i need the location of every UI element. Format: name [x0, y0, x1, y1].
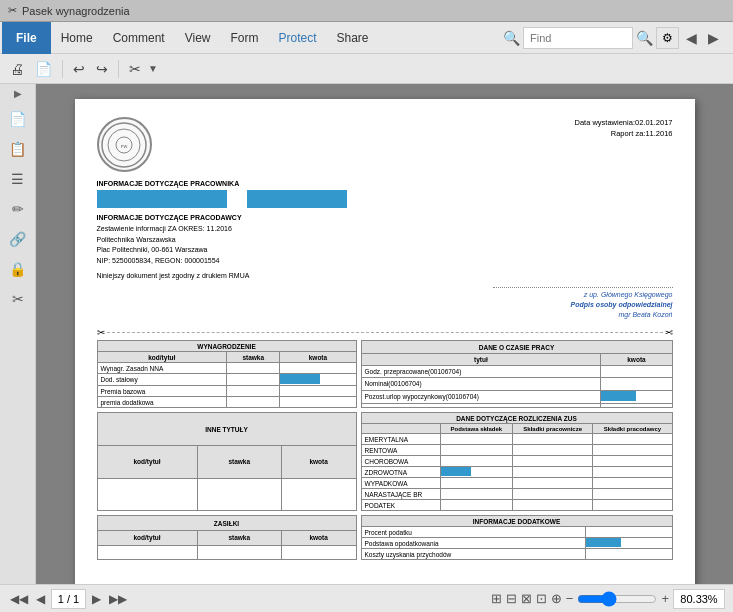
document-note: Niniejszy dokument jest zgodny z drukiem… — [97, 272, 673, 279]
nav-right-button[interactable]: ▶ — [704, 28, 723, 48]
table-row: Dod. stałowy — [97, 374, 356, 386]
wage-col-kwota: kwota — [280, 352, 356, 363]
sidebar-redact-btn[interactable]: ✂ — [4, 285, 32, 313]
search-input[interactable] — [523, 27, 633, 49]
home-menu[interactable]: Home — [51, 22, 103, 54]
table-row: Koszty uzyskania przychodów — [361, 549, 672, 560]
toolbar-arrow[interactable]: ▼ — [148, 63, 158, 74]
settings-button[interactable]: ⚙ — [656, 27, 679, 49]
nav-first-button[interactable]: ◀◀ — [8, 590, 30, 608]
table-row: RENTOWA — [361, 445, 672, 456]
share-menu[interactable]: Share — [327, 22, 379, 54]
view-menu[interactable]: View — [175, 22, 221, 54]
sidebar-security-btn[interactable]: 🔒 — [4, 255, 32, 283]
inne-tytuly-title: INNE TYTUŁY — [97, 413, 356, 446]
sidebar-bookmarks-btn[interactable]: 📋 — [4, 135, 32, 163]
main-layout: ▶ 📄 📋 ☰ ✏ 🔗 🔒 ✂ PW Data wyst — [0, 84, 733, 584]
title-bar: ✂ Pasek wynagrodzenia — [0, 0, 733, 22]
zoom-slider[interactable] — [577, 591, 657, 607]
employer-info-label: INFORMACJE DOTYCZĄCE PRACODAWCY — [97, 214, 673, 221]
table-row: CHOROBOWA — [361, 456, 672, 467]
menu-bar: File Home Comment View Form Protect Shar… — [0, 22, 733, 54]
comment-menu[interactable]: Comment — [103, 22, 175, 54]
zoom-input[interactable] — [673, 589, 725, 609]
tables-middle-row: INNE TYTUŁY kod/tytuł stawka kwota DANE … — [97, 412, 673, 511]
nav-prev-button[interactable]: ◀ — [34, 590, 47, 608]
zus-zdrow-redacted — [441, 467, 471, 476]
wt-row-3: Pozost.urlop wypoczynkowy(00106704) — [361, 390, 601, 403]
search-area: 🔍 🔍 ⚙ ◀ ▶ — [503, 27, 731, 49]
sidebar-collapse-arrow[interactable]: ▶ — [14, 88, 22, 99]
signature-area: z up. Głównego Księgowego Podpis osoby o… — [97, 287, 673, 319]
sidebar: ▶ 📄 📋 ☰ ✏ 🔗 🔒 ✂ — [0, 84, 36, 584]
sidebar-attachments-btn[interactable]: 🔗 — [4, 225, 32, 253]
wage-col-stawka: stawka — [227, 352, 280, 363]
cut-button[interactable]: ✂ — [125, 59, 145, 79]
zoom-in-button[interactable]: + — [661, 591, 669, 606]
rotate-button[interactable]: ⊕ — [551, 591, 562, 606]
document-area[interactable]: PW Data wystawienia:02.01.2017 Raport za… — [36, 84, 733, 584]
sig-line2: Podpis osoby odpowiedzialnej — [571, 300, 673, 310]
document-page: PW Data wystawienia:02.01.2017 Raport za… — [75, 99, 695, 584]
scissors-divider: ✂ ✂ — [97, 327, 673, 338]
nav-next-button[interactable]: ▶ — [90, 590, 103, 608]
title-icon: ✂ — [8, 4, 17, 17]
logo: PW — [97, 117, 152, 172]
page-header: PW Data wystawienia:02.01.2017 Raport za… — [97, 117, 673, 172]
wage-row-3-col-1: Premia bazowa — [97, 386, 227, 397]
nav-last-button[interactable]: ▶▶ — [107, 590, 129, 608]
wt-col-kwota: kwota — [601, 353, 672, 365]
form-menu[interactable]: Form — [221, 22, 269, 54]
employer-info: INFORMACJE DOTYCZĄCE PRACODAWCY Zestawie… — [97, 214, 673, 266]
fit-width-button[interactable]: ⊟ — [506, 591, 517, 606]
date-raport: Raport za:11.2016 — [575, 128, 673, 139]
work-time-table: DANE O CZASIE PRACY tytuł kwota Godz. pr… — [361, 340, 673, 408]
table-row: premia dodatkowa — [97, 397, 356, 408]
title-text: Pasek wynagrodzenia — [22, 5, 130, 17]
protect-menu[interactable]: Protect — [269, 22, 327, 54]
sig-line3: mgr Beata Kozoń — [618, 310, 672, 320]
scissors-icon-right: ✂ — [665, 327, 673, 338]
sidebar-pages-btn[interactable]: 📄 — [4, 105, 32, 133]
zasilki-table: ZASIŁKI kod/tytuł stawka kwota — [97, 515, 357, 560]
page-tools: ⊞ ⊟ ⊠ ⊡ ⊕ — [491, 591, 562, 606]
employee-info-label: INFORMACJE DOTYCZĄCE PRACOWNIKA — [97, 180, 673, 187]
wt-row-2: Nominał(00106704) — [361, 378, 601, 390]
search-go-button[interactable]: 🔍 — [636, 30, 653, 46]
wage-row-4-col-1: premia dodatkowa — [97, 397, 227, 408]
employee-name-redacted — [97, 190, 227, 208]
table-row: Pozost.urlop wypoczynkowy(00106704) — [361, 390, 672, 403]
zoom-out-button[interactable]: − — [566, 591, 574, 606]
sig-line1: z up. Głównego Księgowego — [584, 290, 673, 300]
fit-height-button[interactable]: ⊠ — [521, 591, 532, 606]
table-row: ZDROWOTNA — [361, 467, 672, 478]
additional-title: INFORMACJE DODATKOWE — [361, 516, 672, 527]
signature-line — [493, 287, 673, 288]
wage-row-2-col-1: Dod. stałowy — [97, 374, 227, 386]
zus-table: DANE DOTYCZĄCE ROZLICZENIA ZUS Podstawa … — [361, 412, 673, 511]
wage-col-kod: kod/tytuł — [97, 352, 227, 363]
file-menu-button[interactable]: File — [2, 22, 51, 54]
nav-left-button[interactable]: ◀ — [682, 28, 701, 48]
page-number-input[interactable] — [51, 589, 86, 609]
additional-info-table: INFORMACJE DODATKOWE Procent podatku Pod… — [361, 515, 673, 560]
zasilki-title: ZASIŁKI — [97, 516, 356, 531]
scissors-icon: ✂ — [97, 327, 105, 338]
actual-size-button[interactable]: ⊡ — [536, 591, 547, 606]
employee-info: INFORMACJE DOTYCZĄCE PRACOWNIKA — [97, 180, 673, 208]
search-icon-button[interactable]: 🔍 — [503, 30, 520, 46]
print-button[interactable]: 🖨 — [6, 59, 28, 79]
table-row: Podstawa opodatkowania — [361, 538, 672, 549]
new-doc-button[interactable]: 📄 — [31, 59, 56, 79]
sidebar-comments-btn[interactable]: ✏ — [4, 195, 32, 223]
wynagrodzenie-title: WYNAGRODZENIE — [97, 341, 356, 352]
sidebar-layers-btn[interactable]: ☰ — [4, 165, 32, 193]
table-row — [361, 403, 672, 407]
table-row — [97, 478, 356, 511]
wt-row-1: Godz. przepracowane(00106704) — [361, 365, 601, 377]
wt-col-tytul: tytuł — [361, 353, 601, 365]
fit-page-button[interactable]: ⊞ — [491, 591, 502, 606]
redo-button[interactable]: ↪ — [92, 59, 112, 79]
table-row: EMERYTALNA — [361, 434, 672, 445]
undo-button[interactable]: ↩ — [69, 59, 89, 79]
